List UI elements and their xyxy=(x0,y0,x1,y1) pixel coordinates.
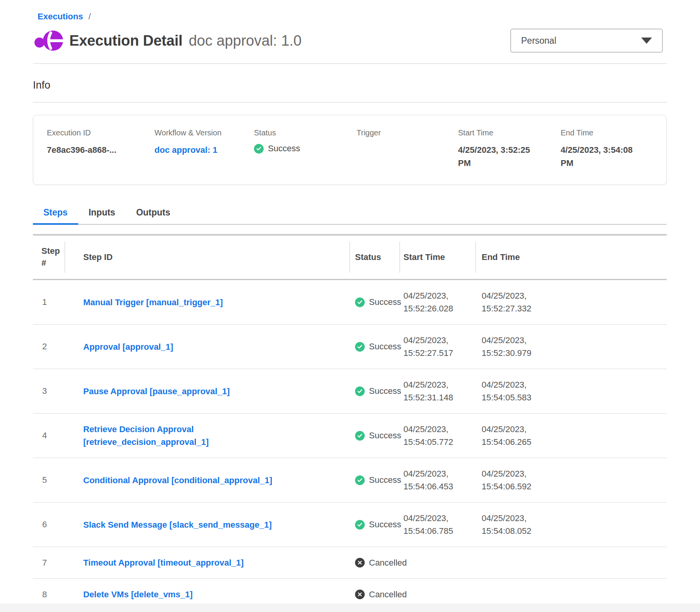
steps-table-body: 1 Manual Trigger [manual_trigger_1] Succ… xyxy=(33,280,667,610)
page-subtitle: doc approval: 1.0 xyxy=(189,32,302,49)
scope-dropdown-value: Personal xyxy=(521,36,556,46)
step-id-link[interactable]: Retrieve Decision Approval [retrieve_dec… xyxy=(83,423,304,448)
step-id-link[interactable]: Approval [approval_1] xyxy=(83,340,173,353)
field-label: Start Time xyxy=(458,128,561,137)
status-text: Success xyxy=(369,475,401,485)
title-divider xyxy=(33,63,667,64)
status-icon xyxy=(355,590,365,599)
steps-table: Step # Step ID Status Start Time End Tim… xyxy=(33,234,667,610)
workflow-logo-icon xyxy=(34,28,65,53)
tab-steps[interactable]: Steps xyxy=(33,203,78,224)
workflow-version-link[interactable]: doc approval: 1 xyxy=(154,145,218,155)
status-icon xyxy=(355,558,365,568)
chevron-down-icon xyxy=(641,38,652,44)
bottom-strip xyxy=(0,603,700,612)
breadcrumb-executions-link[interactable]: Executions xyxy=(33,12,83,22)
status-text: Success xyxy=(369,431,401,441)
step-status: Success xyxy=(350,431,400,441)
step-id-link[interactable]: Manual Trigger [manual_trigger_1] xyxy=(83,296,223,309)
column-header-start-time: Start Time xyxy=(400,236,475,279)
step-id-link[interactable]: Delete VMs [delete_vms_1] xyxy=(83,588,192,601)
step-status: Success xyxy=(350,297,400,307)
step-number: 6 xyxy=(33,520,65,530)
table-row: 2 Approval [approval_1] Success 04/25/20… xyxy=(33,325,667,369)
field-label: Trigger xyxy=(357,128,458,137)
field-trigger: Trigger xyxy=(357,128,458,170)
step-number: 7 xyxy=(33,558,65,568)
step-status: Success xyxy=(350,520,400,530)
step-start-time: 04/25/2023, 15:54:05.772 xyxy=(403,423,471,448)
status-icon xyxy=(355,520,365,530)
page-title: Execution Detail xyxy=(69,32,182,49)
status-text: Success xyxy=(369,297,401,307)
field-status: Status Success xyxy=(254,128,357,170)
execution-id-value: 7e8ac396-a868-... xyxy=(47,144,154,157)
status-icon xyxy=(355,342,365,352)
status-text: Success xyxy=(369,520,401,530)
table-row: 6 Slack Send Message [slack_send_message… xyxy=(33,503,667,547)
step-id-link[interactable]: Slack Send Message [slack_send_message_1… xyxy=(83,518,272,531)
step-status: Success xyxy=(350,386,400,396)
execution-info-card: Execution ID 7e8ac396-a868-... Workflow … xyxy=(33,115,667,185)
field-workflow-version: Workflow & Version doc approval: 1 xyxy=(154,128,254,170)
column-header-step-id: Step ID xyxy=(65,236,350,279)
breadcrumb: Executions / xyxy=(33,0,667,22)
status-icon xyxy=(355,297,365,307)
step-start-time: 04/25/2023, 15:52:26.028 xyxy=(403,289,471,315)
field-label: Status xyxy=(254,128,357,137)
steps-table-header: Step # Step ID Status Start Time End Tim… xyxy=(33,234,667,280)
step-status: Cancelled xyxy=(350,558,400,568)
step-status: Success xyxy=(350,342,400,352)
step-end-time: 04/25/2023, 15:54:05.583 xyxy=(482,378,549,404)
field-label: Execution ID xyxy=(47,128,154,137)
breadcrumb-separator: / xyxy=(88,12,91,22)
step-end-time: 04/25/2023, 15:52:30.979 xyxy=(482,334,549,359)
column-header-step-num: Step # xyxy=(33,236,65,279)
execution-status: Success xyxy=(254,144,357,154)
field-start-time: Start Time 4/25/2023, 3:52:25 PM xyxy=(458,128,561,170)
step-number: 3 xyxy=(33,386,65,396)
tab-inputs[interactable]: Inputs xyxy=(78,203,126,224)
field-label: Workflow & Version xyxy=(154,128,254,137)
field-execution-id: Execution ID 7e8ac396-a868-... xyxy=(47,128,154,170)
column-header-status: Status xyxy=(350,236,400,279)
step-end-time: 04/25/2023, 15:54:08.052 xyxy=(482,512,549,537)
end-time-value: 4/25/2023, 3:54:08 PM xyxy=(561,144,648,170)
status-icon xyxy=(355,431,365,441)
check-circle-icon xyxy=(254,144,264,154)
start-time-value: 4/25/2023, 3:52:25 PM xyxy=(458,144,545,170)
step-end-time: 04/25/2023, 15:54:06.265 xyxy=(482,423,549,448)
table-row: 7 Timeout Approval [timeout_approval_1] … xyxy=(33,547,667,579)
table-row: 1 Manual Trigger [manual_trigger_1] Succ… xyxy=(33,280,667,325)
table-row: 5 Conditional Approval [conditional_appr… xyxy=(33,458,667,503)
step-number: 2 xyxy=(33,342,65,352)
scope-dropdown[interactable]: Personal xyxy=(510,29,663,53)
detail-tabs: Steps Inputs Outputs xyxy=(33,203,667,225)
step-start-time: 04/25/2023, 15:54:06.453 xyxy=(403,467,471,493)
step-number: 1 xyxy=(33,297,65,307)
step-number: 8 xyxy=(33,590,65,600)
info-divider xyxy=(33,102,667,103)
step-number: 5 xyxy=(33,475,65,485)
step-number: 4 xyxy=(33,431,65,441)
step-start-time: 04/25/2023, 15:52:27.517 xyxy=(403,334,471,359)
step-end-time: 04/25/2023, 15:52:27.332 xyxy=(482,289,549,315)
title-row: Execution Detail doc approval: 1.0 Perso… xyxy=(33,28,667,53)
table-row: 4 Retrieve Decision Approval [retrieve_d… xyxy=(33,414,667,458)
column-header-end-time: End Time xyxy=(475,236,667,279)
table-row: 3 Pause Approval [pause_approval_1] Succ… xyxy=(33,369,667,414)
field-label: End Time xyxy=(561,128,666,137)
status-icon xyxy=(355,386,365,396)
status-text: Success xyxy=(369,386,401,396)
tab-outputs[interactable]: Outputs xyxy=(126,203,181,224)
field-end-time: End Time 4/25/2023, 3:54:08 PM xyxy=(561,128,666,170)
status-icon xyxy=(355,475,365,485)
step-id-link[interactable]: Timeout Approval [timeout_approval_1] xyxy=(83,556,244,569)
step-start-time: 04/25/2023, 15:54:06.785 xyxy=(403,512,471,537)
execution-status-text: Success xyxy=(268,144,300,154)
step-status: Cancelled xyxy=(350,590,400,600)
info-section-heading: Info xyxy=(33,79,667,91)
status-text: Success xyxy=(369,342,401,352)
step-id-link[interactable]: Pause Approval [pause_approval_1] xyxy=(83,385,230,398)
step-id-link[interactable]: Conditional Approval [conditional_approv… xyxy=(83,474,272,487)
